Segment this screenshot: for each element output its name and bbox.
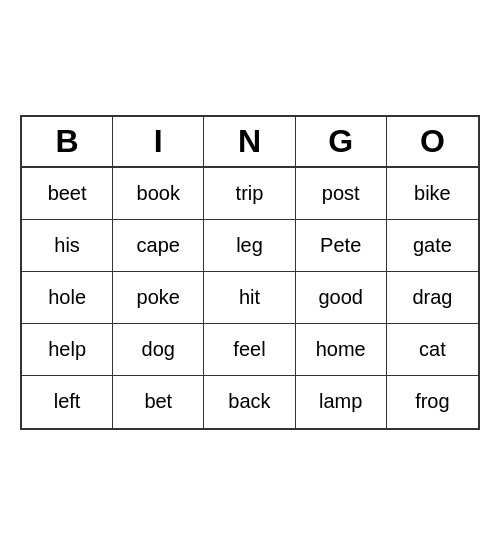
header-letter: G	[296, 117, 387, 166]
header-letter: O	[387, 117, 478, 166]
cell-r4-c2: back	[204, 376, 295, 428]
cell-r2-c1: poke	[113, 272, 204, 324]
cell-r4-c3: lamp	[296, 376, 387, 428]
cell-r2-c0: hole	[22, 272, 113, 324]
cell-r1-c0: his	[22, 220, 113, 272]
header-letter: I	[113, 117, 204, 166]
cell-r4-c4: frog	[387, 376, 478, 428]
header-letter: N	[204, 117, 295, 166]
bingo-header: BINGO	[22, 117, 478, 168]
header-letter: B	[22, 117, 113, 166]
cell-r1-c3: Pete	[296, 220, 387, 272]
bingo-card: BINGO beetbooktrippostbikehiscapelegPete…	[20, 115, 480, 430]
cell-r0-c3: post	[296, 168, 387, 220]
cell-r3-c2: feel	[204, 324, 295, 376]
cell-r3-c0: help	[22, 324, 113, 376]
cell-r3-c1: dog	[113, 324, 204, 376]
cell-r0-c2: trip	[204, 168, 295, 220]
cell-r0-c0: beet	[22, 168, 113, 220]
cell-r4-c0: left	[22, 376, 113, 428]
cell-r4-c1: bet	[113, 376, 204, 428]
cell-r0-c4: bike	[387, 168, 478, 220]
cell-r3-c3: home	[296, 324, 387, 376]
cell-r2-c3: good	[296, 272, 387, 324]
cell-r3-c4: cat	[387, 324, 478, 376]
cell-r0-c1: book	[113, 168, 204, 220]
cell-r1-c1: cape	[113, 220, 204, 272]
bingo-grid: beetbooktrippostbikehiscapelegPetegateho…	[22, 168, 478, 428]
cell-r2-c2: hit	[204, 272, 295, 324]
cell-r1-c4: gate	[387, 220, 478, 272]
cell-r2-c4: drag	[387, 272, 478, 324]
cell-r1-c2: leg	[204, 220, 295, 272]
